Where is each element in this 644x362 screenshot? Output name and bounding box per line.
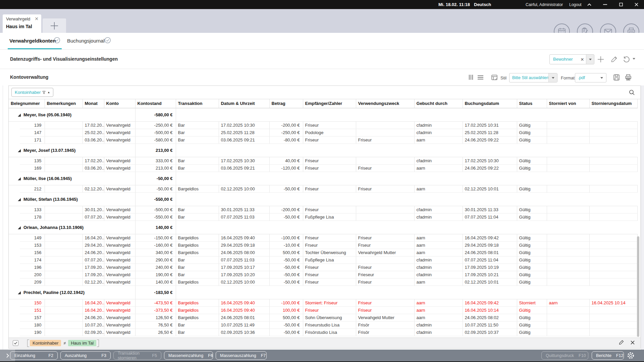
footer-button-auszahlung[interactable]: AuszahlungF3 [60,351,111,360]
column-header-bemerkungen[interactable]: Bemerkungen [45,99,83,108]
style-select[interactable]: Bitte Stil auswählen. [509,73,557,82]
group-row[interactable]: Meyer, Ilse (05.06.1940)-580,00 € [9,108,637,121]
cell-status: Gültig [517,136,547,143]
chevron-down-icon[interactable] [633,58,635,60]
footer-button-masseneinzahlung[interactable]: MasseneinzahlungF6 [164,351,213,360]
column-header-gebucht-durch[interactable]: Gebucht durch [414,99,463,108]
filter-operator[interactable]: ≠ [63,341,66,346]
column-header-konto[interactable]: Konto [104,99,135,108]
table-row[interactable]: 17407.07.20…Verwahrgeld290,00 €Bar07.07.… [9,256,637,263]
table-row[interactable]: 15329.04.20…Verwahrgeld-160,00 €Bargeldl… [9,241,637,249]
table-row[interactable]: 19002.09.20…Verwahrgeld26,50 €Bar02.09.2… [9,328,637,336]
logout-button[interactable]: Logout [569,2,582,7]
group-row[interactable]: Prechtel, Pauline (12.02.1942)-183,50 € [9,286,637,299]
table-row[interactable]: 15016.04.20…Verwahrgeld-473,50 €Bargeldl… [9,299,637,306]
column-header-empfänger-zahler[interactable]: Empfänger/Zahler [303,99,356,108]
cell-beleg: 180 [20,321,45,328]
vertical-scrollbar-thumb[interactable] [637,236,639,337]
format-select[interactable]: .pdf [575,73,606,82]
group-expand-icon[interactable] [18,177,21,180]
column-header-kontostand[interactable]: Kontostand [135,99,176,108]
rows-layout-icon[interactable] [478,75,483,79]
cell-stornierungsdatum [589,321,637,328]
table-row[interactable]: 20017.09.20…Verwahrgeld190,00 €Bar17.09.… [9,271,637,278]
footer-button-massenauszahlung[interactable]: MassenauszahlungF7 [216,351,267,360]
table-row[interactable]: 13517.02.20…Verwahrgeld333,00 €Bar17.02.… [9,157,637,164]
print-icon[interactable] [625,74,632,81]
maximize-button[interactable] [616,0,625,9]
new-tab-button[interactable] [43,18,66,33]
group-row[interactable]: Müller, Ilse (16.06.1945)-50,00 € [9,172,637,185]
table-row[interactable]: 13330.01.20…Verwahrgeld-500,00 €Bar30.01… [9,206,637,213]
column-header-verwendungszweck[interactable]: Verwendungszweck [356,99,414,108]
table-row[interactable]: 17103.06.20…Verwahrgeld-580,00 €Bar03.06… [9,136,637,143]
table-row[interactable]: 15624.06.20…Verwahrgeld340,00 €Bargeldlo… [9,249,637,256]
columns-layout-icon[interactable] [469,75,473,80]
tab-subtitle: Haus im Tal [6,24,39,29]
style-table-icon[interactable] [491,74,498,81]
cell-datum: 30.01.2025 11:33 [219,206,269,213]
edit-pencil-icon[interactable] [610,56,618,63]
column-header-status[interactable]: Status [517,99,547,108]
footer-button-berichte[interactable]: BerichteF12 [592,351,624,360]
filter-remove-icon[interactable]: ✕ [579,55,586,64]
search-icon[interactable] [629,89,635,97]
cell-datum: 25.02.2025 11:28 [219,129,269,136]
tab-close-icon[interactable]: ✕ [35,16,39,21]
current-user[interactable]: Cairful, Administrator [526,2,563,7]
cell-monat: 17.02.20… [83,157,104,164]
column-header-belegnummer[interactable]: Belegnummer [9,99,45,108]
cell-bemerkung [45,256,83,263]
table-row[interactable]: 21202.12.20…Verwahrgeld-50,00 €Bargeldlo… [9,185,637,192]
group-by-chip-kontoinhaber[interactable]: Kontoinhaber ▲ [11,88,53,97]
clear-filter-icon[interactable] [630,340,635,346]
column-header-datum-uhrzeit[interactable]: Datum & Uhrzeit [219,99,269,108]
table-row[interactable]: 15724.06.20…Verwahrgeld126,50 €Bargeldlo… [9,314,637,321]
table-row[interactable]: 13917.02.20…Verwahrgeld-250,00 €Bar17.02… [9,121,637,129]
group-row[interactable]: Orlean, Johanna (13.10.1906)140,00 € [9,221,637,234]
group-expand-icon[interactable] [18,226,21,229]
table-row[interactable]: 16903.06.20…Verwahrgeld213,00 €Bar03.06.… [9,164,637,172]
table-row[interactable]: 19617.09.20…Verwahrgeld240,00 €Bar17.09.… [9,263,637,271]
chevron-down-icon[interactable] [586,55,594,64]
language-selector[interactable]: Deutsch [474,2,491,7]
gear-icon[interactable] [627,352,635,361]
save-icon[interactable] [613,74,620,81]
column-header-betrag[interactable]: Betrag [269,99,303,108]
group-row[interactable]: Meyer, Josef (13.07.1945)213,00 € [9,143,637,157]
bewohner-filter-chip[interactable]: Bewohner ✕ [549,54,594,64]
table-row[interactable]: 14725.02.20…Verwahrgeld-500,00 €Bar25.02… [9,129,637,136]
column-header-transaktion[interactable]: Transaktion [176,99,219,108]
column-header-storniert-von[interactable]: Storniert von [547,99,589,108]
group-expand-icon[interactable] [18,291,21,294]
filter-field-chip[interactable]: Kontoinhaber [30,340,61,346]
cell-bemerkung [45,157,83,164]
group-expand-icon[interactable] [18,198,21,201]
group-expand-icon[interactable] [18,149,21,152]
cell-storniert-von [547,206,589,213]
table-row[interactable]: 18010.07.20…Verwahrgeld76,50 €Bar10.07.2… [9,321,637,328]
column-header-buchungsdatum[interactable]: Buchungsdatum [463,99,517,108]
table-row[interactable]: 17807.07.20…Verwahrgeld-550,00 €Bar07.07… [9,213,637,221]
footer-button-einzahlung[interactable]: EinzahlungF2 [10,351,58,360]
column-header-stornierungsdatum[interactable]: Stornierungsdatum [589,99,637,108]
column-header-monat[interactable]: Monat [83,99,104,108]
filter-enabled-checkbox[interactable] [13,340,18,346]
group-row[interactable]: Müller, Stefan (13.06.1945)-550,00 € [9,192,637,206]
minimize-button[interactable] [601,0,609,9]
table-row[interactable]: 20902.12.20…Verwahrgeld140,00 €Bargeldlo… [9,278,637,286]
tab-verwahrgeldkonten[interactable]: Verwahrgeldkonten [9,38,56,44]
table-row[interactable]: 14916.04.20…Verwahrgeld-150,00 €Bargeldl… [9,234,637,241]
edit-filter-icon[interactable] [619,340,624,347]
table-row[interactable]: 15116.04.20…Verwahrgeld-373,50 €Bargeldl… [9,306,637,314]
tab-buchungsjournal[interactable]: Buchungsjournal [67,38,105,44]
chevron-down-icon[interactable] [548,73,557,82]
tab-verwahrgeld[interactable]: Verwahrgeld ✕ Haus im Tal [3,14,41,33]
group-expand-icon[interactable] [18,114,21,117]
add-filter-icon[interactable] [597,55,605,63]
chevron-up-icon[interactable] [585,0,594,9]
filter-value-chip[interactable]: Haus im Tal [68,340,96,346]
chevron-down-icon[interactable] [597,73,606,82]
undo-icon[interactable] [623,56,630,63]
close-window-button[interactable] [632,0,641,9]
